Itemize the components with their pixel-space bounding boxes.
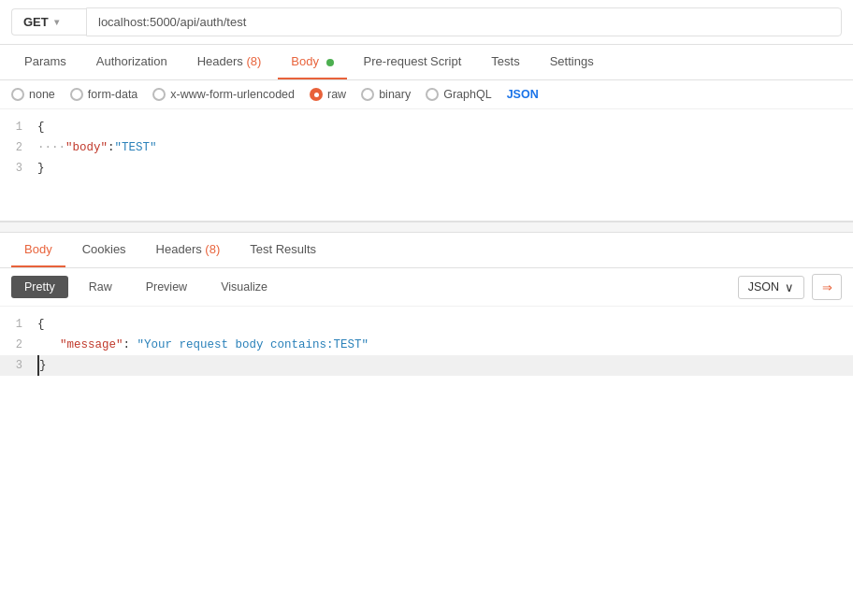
- view-preview-button[interactable]: Preview: [133, 276, 200, 298]
- body-type-graphql[interactable]: GraphQL: [426, 88, 491, 101]
- radio-graphql: [426, 88, 439, 101]
- response-tab-body[interactable]: Body: [11, 233, 65, 267]
- body-status-dot: [326, 59, 334, 66]
- format-chevron-icon: ∨: [785, 280, 794, 294]
- body-type-none[interactable]: none: [11, 88, 55, 101]
- response-line-number-3: 3: [0, 355, 37, 376]
- method-dropdown[interactable]: GET ▾: [11, 8, 86, 36]
- view-visualize-button[interactable]: Visualize: [208, 276, 281, 298]
- response-code-3: }: [37, 355, 853, 376]
- response-line-2: 2 "message": "Your request body contains…: [0, 335, 853, 355]
- body-type-form-data[interactable]: form-data: [70, 88, 138, 101]
- tab-settings[interactable]: Settings: [537, 45, 607, 79]
- request-line-3: 3 }: [0, 158, 853, 179]
- request-line-1: 1 {: [0, 117, 853, 137]
- tab-headers[interactable]: Headers (8): [184, 45, 275, 79]
- response-line-3: 3 }: [0, 355, 853, 376]
- line-number-2: 2: [0, 137, 37, 158]
- line-number-3: 3: [0, 158, 37, 179]
- response-tab-headers[interactable]: Headers (8): [143, 233, 234, 267]
- radio-raw: [310, 88, 323, 101]
- tab-prerequest[interactable]: Pre-request Script: [351, 45, 475, 79]
- response-body-editor[interactable]: 1 { 2 "message": "Your request body cont…: [0, 307, 853, 383]
- request-body-editor[interactable]: 1 { 2 ····"body":"TEST" 3 }: [0, 109, 853, 222]
- tab-tests[interactable]: Tests: [478, 45, 532, 79]
- tab-authorization[interactable]: Authorization: [83, 45, 181, 79]
- format-select-dropdown[interactable]: JSON ∨: [738, 276, 804, 299]
- chevron-down-icon: ▾: [54, 17, 59, 27]
- radio-none: [11, 88, 24, 101]
- view-raw-button[interactable]: Raw: [76, 276, 125, 298]
- radio-urlencoded: [152, 88, 166, 101]
- response-line-number-1: 1: [0, 314, 37, 335]
- tab-params[interactable]: Params: [11, 45, 80, 79]
- request-code-3: }: [37, 158, 853, 179]
- section-divider: [0, 222, 853, 233]
- view-options-row: Pretty Raw Preview Visualize JSON ∨ ⇒: [0, 268, 853, 307]
- json-format-label[interactable]: JSON: [507, 88, 539, 101]
- radio-binary: [361, 88, 374, 101]
- view-pretty-button[interactable]: Pretty: [11, 276, 68, 298]
- request-line-2: 2 ····"body":"TEST": [0, 137, 853, 158]
- line-number-1: 1: [0, 117, 37, 137]
- url-bar: GET ▾: [0, 0, 853, 45]
- body-type-urlencoded[interactable]: x-www-form-urlencoded: [152, 88, 295, 101]
- request-code-1: {: [37, 117, 853, 137]
- response-tabs: Body Cookies Headers (8) Test Results: [0, 233, 853, 268]
- method-label: GET: [23, 15, 49, 29]
- tab-body[interactable]: Body: [278, 45, 346, 79]
- body-type-selector: none form-data x-www-form-urlencoded raw…: [0, 80, 853, 109]
- response-tab-cookies[interactable]: Cookies: [69, 233, 139, 267]
- request-tabs: Params Authorization Headers (8) Body Pr…: [0, 45, 853, 80]
- body-type-binary[interactable]: binary: [361, 88, 411, 101]
- url-input[interactable]: [86, 7, 842, 36]
- radio-form-data: [70, 88, 83, 101]
- response-line-1: 1 {: [0, 314, 853, 335]
- wrap-lines-button[interactable]: ⇒: [812, 274, 842, 300]
- request-code-2: ····"body":"TEST": [37, 137, 853, 158]
- response-code-2: "message": "Your request body contains:T…: [37, 335, 853, 355]
- body-type-raw[interactable]: raw: [310, 88, 346, 101]
- response-code-1: {: [37, 314, 853, 335]
- response-tab-test-results[interactable]: Test Results: [237, 233, 329, 267]
- format-select-value: JSON: [748, 280, 779, 294]
- response-line-number-2: 2: [0, 335, 37, 355]
- wrap-icon: ⇒: [822, 281, 832, 294]
